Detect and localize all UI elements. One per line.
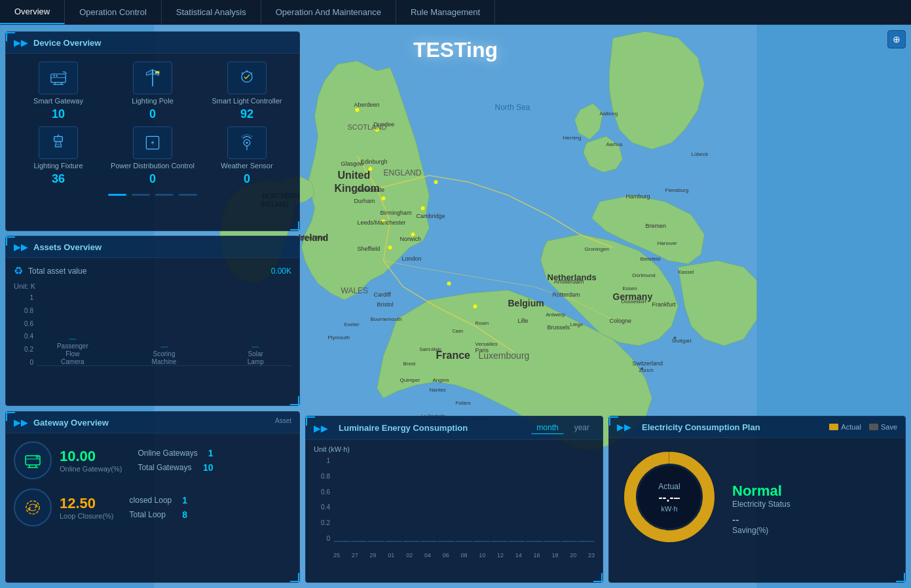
device-item-3: Lighting Fixture 36 (14, 126, 103, 186)
lum-x-label: 10 (479, 552, 485, 559)
svg-text:Durham: Durham (354, 198, 375, 204)
legend-box (869, 424, 878, 430)
svg-text:Aberdeen: Aberdeen (354, 101, 380, 108)
assets-overview-header: ▶▶ Assets Overview (6, 236, 299, 258)
online-gateway-row: 10.00 Online Gateway(%) Online Gateways … (14, 441, 214, 479)
svg-text:Bremen: Bremen (646, 223, 667, 229)
lum-tab-month[interactable]: month (531, 422, 563, 434)
lum-x-label: 20 (570, 552, 576, 559)
gateway-stats-left: 10.00 Online Gateway(%) Online Gateways … (14, 441, 214, 536)
indicator-1 (108, 194, 126, 196)
svg-text:Aarhus: Aarhus (606, 141, 623, 147)
svg-point-10 (447, 282, 451, 285)
luminaire-header: ▶▶ Luminaire Energy Consumption month ye… (306, 416, 603, 440)
gateway-arrow-icon: ▶▶ (14, 417, 28, 428)
lum-x-line (333, 542, 595, 542)
svg-text:Kingdom: Kingdom (335, 183, 380, 194)
svg-text:Liège: Liège (570, 322, 584, 327)
lum-arrow-icon: ▶▶ (314, 423, 328, 433)
nav-item-statistical[interactable]: Statistical Analysis (162, 0, 261, 24)
svg-point-80 (641, 367, 644, 370)
device-item-4: Power Distribution Control 0 (108, 126, 197, 186)
svg-point-108 (36, 456, 39, 459)
svg-point-1 (356, 108, 360, 112)
svg-point-4 (382, 196, 386, 200)
online-gateway-label: Online Gateway(%) (60, 465, 122, 473)
svg-text:United: United (338, 170, 371, 181)
device-icon-pole (133, 62, 172, 94)
lum-y-label: 1 (314, 457, 330, 464)
legend-item: Actual (829, 423, 861, 431)
loop-label: Loop Closure(%) (60, 512, 114, 520)
svg-text:Brest: Brest (403, 361, 416, 367)
svg-text:Frankfurt: Frankfurt (652, 301, 677, 308)
bar-0 (69, 339, 77, 340)
svg-text:Poitiers: Poitiers (456, 401, 472, 405)
svg-text:Rouen: Rouen (475, 321, 489, 325)
bar-label-0: PassengerFlowCamera (57, 342, 88, 366)
svg-text:Kassel: Kassel (679, 269, 694, 275)
total-gateways-stat: Total Gateways 10 (138, 462, 213, 473)
lum-chart: 10.80.60.40.20 2527290102040608101214161… (314, 457, 595, 559)
device-item-2: Smart Light Controller 92 (202, 62, 291, 121)
y-axis-label: 0 (14, 359, 33, 366)
svg-text:Lübeck: Lübeck (692, 151, 709, 157)
recycle-icon: ♻ (14, 265, 23, 277)
legend-box (829, 424, 838, 430)
svg-text:Hamburg: Hamburg (626, 193, 650, 200)
closed-loop-stat: closed Loop 1 (130, 495, 188, 505)
nav-item-overview[interactable]: Overview (0, 0, 65, 24)
y-axis-label: 1 (14, 294, 33, 301)
total-asset-value: 0.00K (271, 266, 291, 276)
online-gateways-value: 1 (208, 448, 214, 458)
device-icon-power (133, 126, 172, 159)
svg-text:Saint-Malo: Saint-Malo (420, 347, 442, 352)
svg-text:Bielefeld: Bielefeld (641, 256, 661, 262)
nav-item-operation-control[interactable]: Operation Control (65, 0, 162, 24)
svg-text:Leeds/Manchester: Leeds/Manchester (358, 219, 406, 226)
bar-label-2: SolarLamp (248, 350, 264, 366)
svg-text:Bristol: Bristol (377, 301, 394, 308)
lum-y-label: 0.8 (314, 473, 330, 480)
nav-item-maintenance[interactable]: Operation And Maintenance (261, 0, 396, 24)
lum-y-label: 0.4 (314, 504, 330, 511)
electricity-saving-label: Saving(%) (732, 526, 897, 535)
svg-point-109 (26, 501, 39, 514)
nav-item-rule[interactable]: Rule Management (396, 0, 495, 24)
gateway-loop-stats: closed Loop 1 Total Loop 8 (130, 495, 188, 520)
donut-center: Actual --.-– kW·h (658, 482, 680, 513)
device-label-5: Weather Sensor (221, 162, 272, 170)
svg-point-81 (674, 337, 677, 339)
device-icon-gateway (39, 62, 78, 94)
svg-rect-95 (54, 136, 63, 141)
assets-overview-title: Assets Overview (33, 242, 102, 252)
electricity-saving-group: -- Saving(%) (732, 514, 897, 535)
online-gateway-circle (14, 441, 52, 479)
closed-loop-label: closed Loop (130, 496, 172, 505)
online-gateways-stat: Online Gateways 1 (138, 448, 213, 458)
svg-text:North Sea: North Sea (495, 103, 530, 112)
device-label-0: Smart Gateway (33, 97, 83, 105)
svg-point-87 (56, 75, 57, 77)
svg-text:Switzerland: Switzerland (633, 360, 663, 367)
total-loop-value: 8 (182, 509, 187, 520)
device-count-3: 36 (52, 172, 65, 186)
svg-text:Cambridge: Cambridge (417, 213, 445, 219)
svg-point-6 (388, 246, 392, 249)
lum-tab-year[interactable]: year (569, 422, 595, 434)
svg-text:Amsterdam: Amsterdam (554, 278, 584, 285)
svg-text:Belgium: Belgium (508, 298, 544, 308)
lum-unit: Unit (kW·h) (314, 445, 595, 453)
electricity-plan-panel: ▶▶ Electricity Consumption Plan ActualSa… (608, 416, 906, 583)
electricity-status: Normal (732, 483, 897, 500)
gateway-panel-label: Asset (275, 417, 291, 424)
device-count-5: 0 (244, 172, 250, 186)
gateway-overview-panel: ▶▶ Gateway Overview Asset 10.0 (5, 411, 300, 583)
device-count-2: 92 (240, 107, 253, 121)
svg-text:Versailles: Versailles (475, 341, 498, 347)
luminaire-content: Unit (kW·h) 10.80.60.40.20 2527290102040… (306, 440, 603, 581)
bar-group-0: PassengerFlowCamera (37, 339, 109, 366)
lum-y-label: 0 (314, 535, 330, 542)
map-zoom-button[interactable]: ⊕ (887, 30, 906, 48)
svg-text:Sheffield: Sheffield (358, 246, 381, 252)
